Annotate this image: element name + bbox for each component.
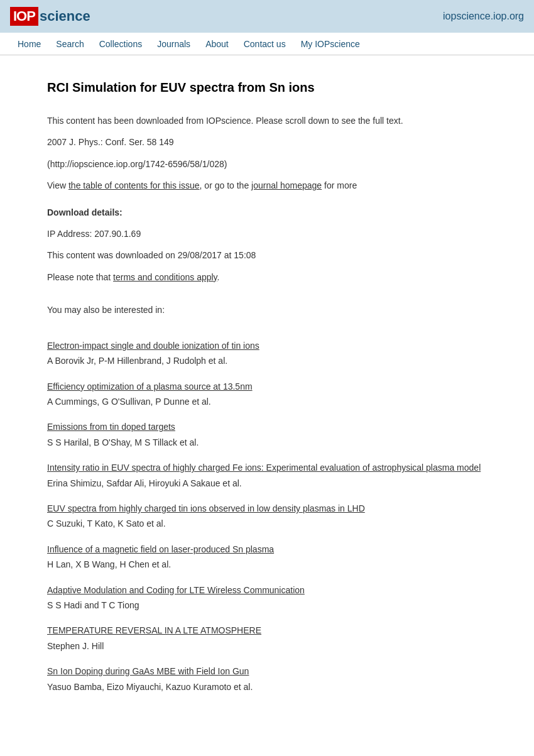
related-link-5[interactable]: Influence of a magnetic field on laser-p…: [47, 542, 487, 556]
related-link-4[interactable]: EUV spectra from highly charged tin ions…: [47, 501, 487, 515]
terms-after: .: [217, 272, 220, 282]
view-before: View: [47, 180, 68, 190]
article-url: (http://iopscience.iop.org/1742-6596/58/…: [47, 157, 487, 171]
related-authors-3: Erina Shimizu, Safdar Ali, Hiroyuki A Sa…: [47, 476, 487, 490]
nav-about[interactable]: About: [198, 34, 236, 54]
nav-contact[interactable]: Contact us: [236, 34, 293, 54]
related-link-0[interactable]: Electron-impact single and double ioniza…: [47, 339, 487, 353]
related-authors-5: H Lan, X B Wang, H Chen et al.: [47, 557, 487, 571]
terms-link[interactable]: terms and conditions apply: [113, 272, 217, 282]
journal-ref: 2007 J. Phys.: Conf. Ser. 58 149: [47, 135, 487, 149]
related-authors-7: Stephen J. Hill: [47, 639, 487, 653]
related-item-3: Intensity ratio in EUV spectra of highly…: [47, 461, 487, 490]
related-item-4: EUV spectra from highly charged tin ions…: [47, 501, 487, 531]
related-link-1[interactable]: Efficiency optimization of a plasma sour…: [47, 380, 487, 393]
related-link-2[interactable]: Emissions from tin doped targets: [47, 420, 487, 434]
terms-before: Please note that: [47, 272, 113, 282]
view-links: View the table of contents for this issu…: [47, 178, 487, 192]
nav-journals[interactable]: Journals: [150, 34, 198, 54]
site-url: iopscience.iop.org: [443, 11, 524, 22]
intro-text: This content has been downloaded from IO…: [47, 114, 487, 128]
interested-label: You may also be interested in:: [47, 303, 487, 317]
related-link-6[interactable]: Adaptive Modulation and Coding for LTE W…: [47, 583, 487, 597]
related-authors-0: A Borovik Jr, P-M Hillenbrand, J Rudolph…: [47, 354, 487, 368]
logo-science: science: [40, 8, 90, 25]
related-link-3[interactable]: Intensity ratio in EUV spectra of highly…: [47, 461, 487, 474]
related-item-6: Adaptive Modulation and Coding for LTE W…: [47, 583, 487, 613]
content-body: This content has been downloaded from IO…: [47, 114, 487, 694]
navbar: Home Search Collections Journals About C…: [0, 33, 534, 55]
view-after: for more: [322, 180, 357, 190]
toc-link[interactable]: the table of contents for this issue: [68, 180, 200, 190]
nav-search[interactable]: Search: [48, 34, 91, 54]
header: IOPscience iopscience.iop.org: [0, 0, 534, 33]
related-authors-1: A Cummings, G O'Sullivan, P Dunne et al.: [47, 395, 487, 408]
ip-address: IP Address: 207.90.1.69: [47, 227, 487, 241]
related-link-8[interactable]: Sn Ion Doping during GaAs MBE with Field…: [47, 664, 487, 678]
related-item-2: Emissions from tin doped targets S S Har…: [47, 420, 487, 449]
logo-iop: IOP: [10, 7, 38, 26]
main-content: RCI Simulation for EUV spectra from Sn i…: [9, 55, 525, 743]
view-middle: , or go to the: [200, 180, 252, 190]
related-link-7[interactable]: TEMPERATURE REVERSAL IN A LTE ATMOSPHERE: [47, 623, 487, 637]
related-item-1: Efficiency optimization of a plasma sour…: [47, 380, 487, 409]
related-authors-4: C Suzuki, T Kato, K Sato et al.: [47, 517, 487, 530]
related-item-0: Electron-impact single and double ioniza…: [47, 339, 487, 368]
download-label: Download details:: [47, 205, 487, 219]
related-item-8: Sn Ion Doping during GaAs MBE with Field…: [47, 664, 487, 694]
terms-text: Please note that terms and conditions ap…: [47, 270, 487, 284]
related-authors-6: S S Hadi and T C Tiong: [47, 598, 487, 612]
homepage-link[interactable]: journal homepage: [251, 180, 322, 190]
related-authors-2: S S Harilal, B O'Shay, M S Tillack et al…: [47, 436, 487, 449]
related-authors-8: Yasuo Bamba, Eizo Miyauchi, Kazuo Kuramo…: [47, 680, 487, 694]
nav-myiop[interactable]: My IOPscience: [293, 34, 368, 54]
download-date: This content was downloaded on 29/08/201…: [47, 248, 487, 262]
interested-section: You may also be interested in: Electron-…: [47, 303, 487, 694]
logo[interactable]: IOPscience: [10, 7, 90, 26]
related-item-5: Influence of a magnetic field on laser-p…: [47, 542, 487, 572]
page-title: RCI Simulation for EUV spectra from Sn i…: [47, 80, 487, 95]
related-item-7: TEMPERATURE REVERSAL IN A LTE ATMOSPHERE…: [47, 623, 487, 653]
nav-home[interactable]: Home: [10, 34, 48, 54]
nav-collections[interactable]: Collections: [92, 34, 150, 54]
